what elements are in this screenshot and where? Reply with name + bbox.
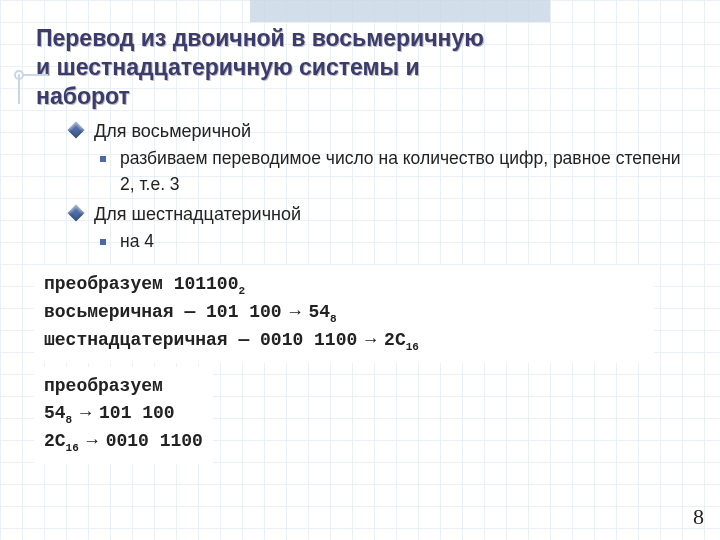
groups: 101 100 [206,302,282,322]
ex2-line3: 2C16→0010 1100 [44,428,203,456]
label: шестнадцатеричная — [44,330,260,350]
subscript: 2 [238,284,245,296]
diamond-icon [68,205,85,222]
bullet-hex-rule: на 4 [70,229,684,254]
arrow-icon: → [365,327,376,354]
diamond-icon [68,122,85,139]
binary-number: 101100 [174,274,239,294]
bullet-octal-head: Для восьмеричной [70,118,684,144]
arrow-icon: → [87,428,98,455]
result: 101 100 [99,403,175,423]
bullet-octal-rule: разбиваем переводимое число на количеств… [70,146,684,197]
ex2-line1: преобразуем [44,373,203,400]
subscript: 8 [330,312,337,324]
subscript: 16 [406,340,419,352]
bullet-hex-head: Для шестнадцатеричной [70,201,684,227]
example-block-1: преобразуем 1011002 восьмеричная — 101 1… [34,265,654,363]
subscript: 16 [66,442,79,454]
ex1-line2: восьмеричная — 101 100→548 [44,299,644,327]
title-line-3: наборот [36,83,130,109]
groups: 0010 1100 [260,330,357,350]
ex1-line1: преобразуем 1011002 [44,271,644,299]
bullet-text: на 4 [120,231,154,251]
result: 54 [308,302,330,322]
number: 54 [44,403,66,423]
ex2-line2: 548→101 100 [44,400,203,428]
bullet-text: Для восьмеричной [94,121,251,141]
slide-content: Перевод из двоичной в восьмеричную и шес… [0,0,720,464]
arrow-icon: → [290,299,301,326]
bullet-text: разбиваем переводимое число на количеств… [120,148,681,193]
example-block-2: преобразуем 548→101 100 2C16→0010 1100 [34,367,213,464]
result: 2C [384,330,406,350]
ex1-line3: шестнадцатеричная — 0010 1100→2C16 [44,327,644,355]
bullet-text: Для шестнадцатеричной [94,204,301,224]
number: 2C [44,431,66,451]
subscript: 8 [66,413,73,425]
text: преобразуем [44,376,163,396]
corner-decoration [18,74,48,104]
arrow-icon: → [80,400,91,427]
result: 0010 1100 [106,431,203,451]
page-number: 8 [693,504,704,530]
text: преобразуем [44,274,174,294]
slide-title: Перевод из двоичной в восьмеричную и шес… [36,24,684,110]
label: восьмеричная — [44,302,206,322]
title-line-1: Перевод из двоичной в восьмеричную [36,25,484,51]
bullet-list: Для восьмеричной разбиваем переводимое ч… [70,118,684,254]
title-line-2: и шестнадцатеричную системы и [36,54,420,80]
